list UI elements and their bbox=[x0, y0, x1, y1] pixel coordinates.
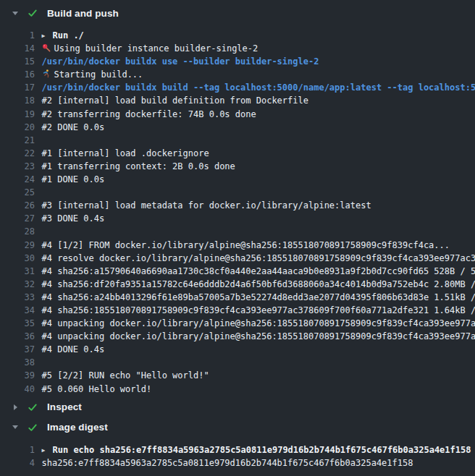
line-number-link[interactable]: 1 bbox=[0, 29, 35, 42]
log-text-content: #4 unpacking docker.io/library/alpine@sh… bbox=[42, 318, 475, 328]
check-success-icon bbox=[28, 402, 38, 412]
log-text: #4 sha256:185518070891758909c9f839cf4ca3… bbox=[42, 304, 475, 317]
log-line: 26#3 [internal] load metadata for docker… bbox=[0, 199, 475, 212]
line-number-link[interactable]: 29 bbox=[0, 239, 35, 252]
log-line: 29#4 [1/2] FROM docker.io/library/alpine… bbox=[0, 239, 475, 252]
line-number-link[interactable]: 24 bbox=[0, 173, 35, 186]
log-text-content: #4 sha256:185518070891758909c9f839cf4ca3… bbox=[42, 305, 475, 315]
log-text: #2 transferring dockerfile: 74B 0.0s don… bbox=[42, 108, 256, 121]
log-text-content: #3 [internal] load metadata for docker.i… bbox=[42, 200, 371, 211]
line-number-link[interactable]: 34 bbox=[0, 304, 35, 317]
log-group: Image digest1▶Run echo sha256:e7ff8834a5… bbox=[0, 417, 475, 471]
log-text-content: #4 sha256:a24bb4013296f61e89ba57005a7b3e… bbox=[42, 292, 475, 302]
line-number-link[interactable]: 30 bbox=[0, 252, 35, 265]
log-line: 19#2 transferring dockerfile: 74B 0.0s d… bbox=[0, 108, 475, 121]
log-text: sha256:e7ff8834a5963a2785c5a0811e979d16b… bbox=[42, 456, 413, 469]
line-number-link[interactable]: 20 bbox=[0, 121, 35, 134]
line-number-link[interactable]: 22 bbox=[0, 147, 35, 160]
line-number-link[interactable]: 35 bbox=[0, 317, 35, 330]
log-text: /usr/bin/docker buildx use --builder bui… bbox=[42, 55, 319, 68]
line-number-link[interactable]: 1 bbox=[0, 443, 35, 456]
log-text: ▶Run echo sha256:e7ff8834a5963a2785c5a08… bbox=[42, 443, 471, 456]
log-line: 28 bbox=[0, 225, 475, 238]
log-line: 15/usr/bin/docker buildx use --builder b… bbox=[0, 55, 475, 68]
log-line: 4sha256:e7ff8834a5963a2785c5a0811e979d16… bbox=[0, 456, 475, 469]
log-text-content: #5 [2/2] RUN echo "Hello world!" bbox=[42, 370, 209, 381]
log-text-content: #1 transferring context: 2B 0.0s done bbox=[42, 161, 235, 171]
log-group: Inspect bbox=[0, 397, 475, 417]
group-header[interactable]: Image digest bbox=[0, 417, 475, 438]
line-number-link[interactable]: 25 bbox=[0, 186, 35, 199]
expand-command-icon[interactable]: ▶ bbox=[42, 30, 53, 42]
line-number-link[interactable]: 26 bbox=[0, 199, 35, 212]
line-number-link[interactable]: 31 bbox=[0, 265, 35, 278]
log-text: Using builder instance builder-single-2 bbox=[42, 42, 258, 55]
log-text: #4 DONE 0.4s bbox=[42, 343, 105, 356]
log-text-content: #4 sha256:a15790640a6690aa1730c38cf0a440… bbox=[42, 266, 475, 276]
line-number-link[interactable]: 17 bbox=[0, 81, 35, 94]
log-text-content: /usr/bin/docker buildx build --tag local… bbox=[42, 82, 475, 93]
log-line: 36#4 unpacking docker.io/library/alpine@… bbox=[0, 330, 475, 343]
log-text-content: #4 unpacking docker.io/library/alpine@sh… bbox=[42, 331, 475, 341]
log-text: #2 DONE 0.0s bbox=[42, 121, 105, 134]
pushpin-icon bbox=[42, 43, 54, 55]
group-title: Build and push bbox=[47, 8, 119, 19]
log-text: #4 resolve docker.io/library/alpine@sha2… bbox=[42, 252, 475, 265]
line-number-link[interactable]: 16 bbox=[0, 68, 35, 81]
log-group: Build and push1▶Run ./14Using builder in… bbox=[0, 3, 475, 397]
log-text-content: #5 0.060 Hello world! bbox=[42, 384, 152, 394]
line-number-link[interactable]: 4 bbox=[0, 456, 35, 469]
log-line: 24#1 DONE 0.0s bbox=[0, 173, 475, 186]
line-number-link[interactable]: 38 bbox=[0, 356, 35, 369]
line-number-link[interactable]: 18 bbox=[0, 94, 35, 107]
group-title: Image digest bbox=[47, 422, 108, 433]
line-number-link[interactable]: 32 bbox=[0, 278, 35, 291]
log-text-content: sha256:e7ff8834a5963a2785c5a0811e979d16b… bbox=[42, 458, 413, 468]
log-text-content: #1 [internal] load .dockerignore bbox=[42, 148, 209, 158]
log-text-content: #2 DONE 0.0s bbox=[42, 122, 105, 132]
log-text-content: #4 sha256:df20fa9351a15782c64e6dddb2d4a6… bbox=[42, 279, 475, 289]
log-text-content: #3 DONE 0.4s bbox=[42, 213, 105, 224]
log-text: #5 0.060 Hello world! bbox=[42, 383, 152, 396]
expand-command-icon[interactable]: ▶ bbox=[42, 444, 53, 456]
group-header[interactable]: Build and push bbox=[0, 3, 475, 23]
log-line: 23#1 transferring context: 2B 0.0s done bbox=[0, 160, 475, 173]
log-line: 1▶Run ./ bbox=[0, 29, 475, 42]
chevron-down-icon bbox=[12, 425, 19, 429]
log-lines: 1▶Run echo sha256:e7ff8834a5963a2785c5a0… bbox=[0, 438, 475, 471]
line-number-link[interactable]: 33 bbox=[0, 291, 35, 304]
line-number-link[interactable]: 19 bbox=[0, 108, 35, 121]
chevron-down-icon bbox=[12, 12, 19, 15]
group-header[interactable]: Inspect bbox=[0, 397, 475, 417]
line-number-link[interactable]: 14 bbox=[0, 42, 35, 55]
log-text-content: Run ./ bbox=[53, 30, 84, 41]
log-line: 35#4 unpacking docker.io/library/alpine@… bbox=[0, 317, 475, 330]
log-line: 20#2 DONE 0.0s bbox=[0, 121, 475, 134]
log-line: 27#3 DONE 0.4s bbox=[0, 212, 475, 225]
log-text-content: #4 resolve docker.io/library/alpine@sha2… bbox=[42, 253, 475, 263]
log-line: 37#4 DONE 0.4s bbox=[0, 343, 475, 356]
line-number-link[interactable]: 36 bbox=[0, 330, 35, 343]
line-number-link[interactable]: 37 bbox=[0, 343, 35, 356]
line-number-link[interactable]: 40 bbox=[0, 383, 35, 396]
log-text: #4 sha256:a15790640a6690aa1730c38cf0a440… bbox=[42, 265, 475, 278]
log-line: 17/usr/bin/docker buildx build --tag loc… bbox=[0, 81, 475, 94]
log-text: #4 unpacking docker.io/library/alpine@sh… bbox=[42, 330, 475, 343]
line-number-link[interactable]: 28 bbox=[0, 225, 35, 238]
check-success-icon bbox=[28, 422, 38, 433]
log-text-content: #2 transferring dockerfile: 74B 0.0s don… bbox=[42, 109, 256, 119]
log-lines: 1▶Run ./14Using builder instance builder… bbox=[0, 23, 475, 397]
log-text-content: #1 DONE 0.0s bbox=[42, 174, 105, 184]
line-number-link[interactable]: 23 bbox=[0, 160, 35, 173]
log-line: 25 bbox=[0, 186, 475, 199]
log-line: 33#4 sha256:a24bb4013296f61e89ba57005a7b… bbox=[0, 291, 475, 304]
log-text: /usr/bin/docker buildx build --tag local… bbox=[42, 81, 475, 94]
line-number-link[interactable]: 39 bbox=[0, 369, 35, 382]
line-number-link[interactable]: 15 bbox=[0, 55, 35, 68]
log-text-content: Run echo sha256:e7ff8834a5963a2785c5a081… bbox=[53, 445, 471, 455]
line-number-link[interactable]: 27 bbox=[0, 212, 35, 225]
log-text: #1 [internal] load .dockerignore bbox=[42, 147, 209, 160]
log-line: 32#4 sha256:df20fa9351a15782c64e6dddb2d4… bbox=[0, 278, 475, 291]
log-line: 22#1 [internal] load .dockerignore bbox=[0, 147, 475, 160]
line-number-link[interactable]: 21 bbox=[0, 134, 35, 147]
